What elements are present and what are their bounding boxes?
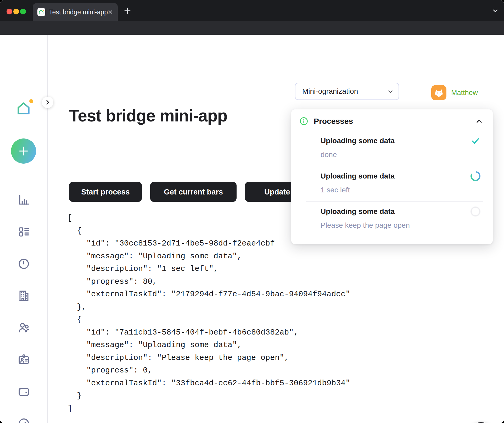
bar-chart-icon — [17, 193, 30, 207]
tab-close-icon[interactable] — [107, 8, 114, 16]
pending-circle-icon — [470, 206, 481, 217]
sidebar-item-services[interactable] — [17, 257, 31, 271]
app-content: Mini-ogranization Matthew Test bridge mi… — [0, 35, 504, 423]
wallet-icon — [17, 385, 30, 398]
power-icon — [17, 257, 30, 270]
new-tab-button[interactable] — [123, 6, 132, 15]
info-icon — [300, 117, 308, 125]
tab-title: Test bridge mini-app — [49, 3, 108, 21]
gauge-icon — [17, 417, 30, 423]
process-title: Uploading some data — [321, 136, 464, 146]
user-name: Matthew — [451, 85, 478, 100]
macos-zoom-button[interactable] — [20, 9, 26, 14]
chevron-down-icon — [387, 88, 394, 97]
process-item: Uploading some data done — [291, 131, 493, 166]
spinner-icon — [470, 170, 481, 182]
process-subtitle: Please keep the page open — [321, 220, 464, 230]
processes-panel: Processes Uploading some data done Uploa… — [291, 109, 493, 244]
tab-strip: Test bridge mini-app — [0, 0, 504, 21]
process-title: Uploading some data — [321, 171, 464, 181]
fox-avatar-icon — [433, 87, 444, 98]
macos-close-button[interactable] — [7, 9, 12, 14]
plus-icon — [18, 145, 30, 157]
list-layout-icon — [17, 225, 30, 238]
collapse-chevron-up-icon[interactable] — [475, 117, 483, 125]
process-title: Uploading some data — [321, 206, 464, 217]
process-item: Uploading some data Please keep the page… — [291, 202, 493, 237]
sidebar — [0, 35, 48, 423]
building-icon — [17, 289, 30, 302]
organization-select-value: Mini-ogranization — [302, 83, 358, 99]
tab-search-chevron-icon[interactable] — [491, 7, 499, 15]
sidebar-item-billing[interactable] — [17, 385, 31, 399]
sidebar-item-residents[interactable] — [17, 321, 31, 335]
sidebar-item-properties[interactable] — [17, 289, 31, 303]
browser-toolbar: condo.d.doma.ai/miniapps/a6314800-2fff-4… — [0, 21, 504, 35]
process-subtitle: 1 sec left — [321, 185, 464, 195]
process-subtitle: done — [321, 150, 464, 160]
sidebar-expand-button[interactable] — [42, 97, 53, 108]
get-current-bars-button[interactable]: Get current bars — [150, 182, 237, 202]
sidebar-item-employees[interactable] — [17, 353, 31, 367]
organization-select[interactable]: Mini-ogranization — [295, 83, 399, 100]
page-title: Test bridge mini-app — [69, 106, 227, 125]
users-icon — [17, 321, 30, 334]
processes-panel-title: Processes — [314, 117, 353, 126]
sidebar-item-meters[interactable] — [17, 416, 31, 423]
sidebar-item-analytics[interactable] — [17, 193, 31, 207]
browser-tab[interactable]: Test bridge mini-app — [33, 3, 118, 21]
start-process-button[interactable]: Start process — [69, 182, 142, 202]
browser-window: Test bridge mini-app condo.d.doma.ai/min… — [0, 0, 504, 423]
processes-panel-header: Processes — [291, 109, 493, 131]
id-badge-icon — [17, 353, 30, 366]
tab-favicon-home-icon — [37, 8, 45, 16]
create-new-button[interactable] — [11, 138, 36, 164]
home-logo-icon[interactable] — [16, 101, 31, 117]
user-avatar — [431, 85, 446, 100]
sidebar-item-tasks[interactable] — [17, 225, 31, 239]
check-icon — [470, 135, 481, 147]
notification-dot — [29, 99, 33, 103]
macos-minimize-button[interactable] — [13, 9, 19, 14]
process-item: Uploading some data 1 sec left — [291, 166, 493, 201]
